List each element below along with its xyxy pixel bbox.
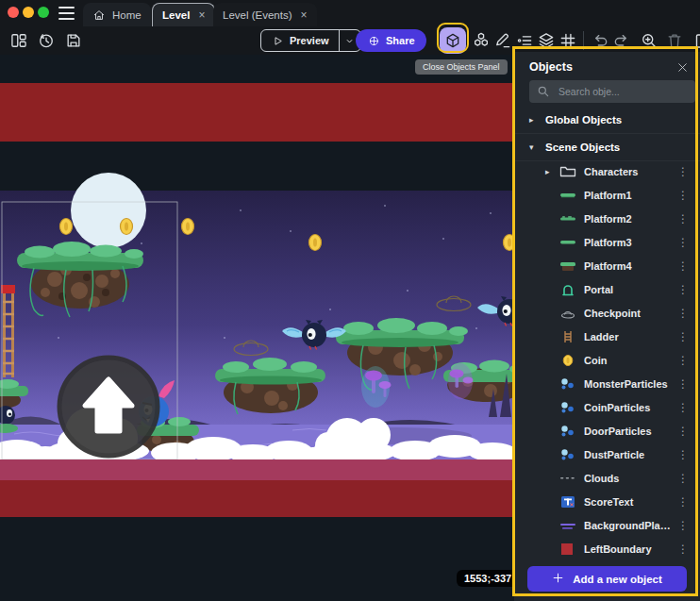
object-row-platform2[interactable]: Platform2⋮ xyxy=(514,207,700,230)
save-icon[interactable] xyxy=(63,30,83,50)
tab-close-icon[interactable]: × xyxy=(301,8,308,22)
tab-level[interactable]: Level × xyxy=(152,3,215,26)
object-menu-button[interactable]: ⋮ xyxy=(674,495,689,509)
object-list: ▸Characters⋮Platform1⋮Platform2⋮Platform… xyxy=(514,159,700,558)
tab-label: Level (Events) xyxy=(223,9,292,21)
object-menu-button[interactable]: ⋮ xyxy=(674,377,689,391)
object-menu-button[interactable]: ⋮ xyxy=(674,259,689,273)
play-icon xyxy=(271,34,284,47)
jump-button[interactable] xyxy=(59,358,158,456)
globe-icon xyxy=(367,34,380,47)
coin-icon xyxy=(559,354,576,367)
object-label: Clouds xyxy=(584,473,674,484)
object-row-checkpoint[interactable]: Checkpoint⋮ xyxy=(514,301,700,325)
object-row-monsterparticles[interactable]: MonsterParticles⋮ xyxy=(514,372,700,395)
object-menu-button[interactable]: ⋮ xyxy=(674,212,689,225)
gdevelop-window: Home Level × Level (Events) × xyxy=(0,0,700,601)
object-row-coinparticles[interactable]: CoinParticles⋮ xyxy=(514,395,700,419)
object-row-platform1[interactable]: Platform1⋮ xyxy=(514,183,700,207)
zoom-in-icon[interactable] xyxy=(639,31,658,51)
panels-icon[interactable] xyxy=(8,30,28,50)
object-row-doorparticles[interactable]: DoorParticles⋮ xyxy=(514,419,700,442)
object-menu-button[interactable]: ⋮ xyxy=(674,425,689,438)
particles-icon xyxy=(559,448,576,461)
object-menu-button[interactable]: ⋮ xyxy=(674,165,689,178)
home-icon xyxy=(92,8,106,22)
objects-panel: Objects ▸ Global Objects ▾ Scene Objects… xyxy=(514,52,700,601)
object-groups-icon[interactable] xyxy=(471,31,491,51)
object-label: BackgroundPlants xyxy=(584,520,674,531)
object-menu-button[interactable]: ⋮ xyxy=(674,283,689,296)
redo-icon[interactable] xyxy=(611,31,631,51)
object-menu-button[interactable]: ⋮ xyxy=(674,519,689,532)
object-menu-button[interactable]: ⋮ xyxy=(674,543,689,556)
maximize-window-button[interactable] xyxy=(38,7,49,18)
close-panel-icon[interactable] xyxy=(676,61,689,74)
chevron-right-icon: ▸ xyxy=(529,115,537,125)
object-label: Characters xyxy=(584,166,674,177)
object-menu-button[interactable]: ⋮ xyxy=(674,401,689,414)
platform1-icon xyxy=(559,189,576,202)
object-menu-button[interactable]: ⋮ xyxy=(674,307,689,320)
text-icon xyxy=(559,495,576,509)
object-row-platform4[interactable]: Platform4⋮ xyxy=(514,254,700,277)
edit-icon[interactable] xyxy=(492,31,512,51)
object-menu-button[interactable]: ⋮ xyxy=(674,448,689,461)
share-label: Share xyxy=(386,35,415,46)
minimize-window-button[interactable] xyxy=(23,7,34,18)
edit-scene-icon[interactable] xyxy=(693,31,700,51)
object-row-characters[interactable]: ▸Characters⋮ xyxy=(514,159,700,183)
toolbar-divider xyxy=(583,31,584,50)
object-row-backgroundplants[interactable]: BackgroundPlants⋮ xyxy=(514,513,700,537)
object-menu-button[interactable]: ⋮ xyxy=(674,330,689,343)
object-row-scoretext[interactable]: ScoreText⋮ xyxy=(514,490,700,513)
object-menu-button[interactable]: ⋮ xyxy=(674,354,689,367)
particles-icon xyxy=(559,425,576,438)
search-field[interactable] xyxy=(557,85,688,98)
add-object-button[interactable]: Add a new object xyxy=(527,566,687,592)
add-object-label: Add a new object xyxy=(573,574,662,585)
preview-button[interactable]: Preview xyxy=(260,29,361,52)
trash-icon[interactable] xyxy=(664,31,684,51)
object-label: DustParticle xyxy=(584,449,674,460)
object-label: MonsterParticles xyxy=(584,378,674,390)
portal-icon xyxy=(559,283,576,296)
object-label: Portal xyxy=(584,284,674,295)
section-scene-objects[interactable]: ▾ Scene Objects xyxy=(514,134,700,161)
share-button[interactable]: Share xyxy=(356,29,426,52)
chevron-down-icon: ▾ xyxy=(529,142,537,152)
object-menu-button[interactable]: ⋮ xyxy=(674,472,689,485)
grid-icon[interactable] xyxy=(558,31,577,51)
platform4-icon xyxy=(559,259,576,273)
object-row-coin[interactable]: Coin⋮ xyxy=(514,348,700,372)
toolbar: Preview Share xyxy=(0,26,700,55)
tab-close-icon[interactable]: × xyxy=(198,8,205,22)
close-window-button[interactable] xyxy=(8,7,19,18)
particles-icon xyxy=(559,401,576,414)
preview-label: Preview xyxy=(290,35,329,46)
undo-icon[interactable] xyxy=(590,31,609,51)
layers-icon[interactable] xyxy=(536,31,556,51)
objects-panel-icon[interactable] xyxy=(440,27,466,54)
object-row-ladder[interactable]: Ladder⋮ xyxy=(514,325,700,348)
object-row-portal[interactable]: Portal⋮ xyxy=(514,277,700,301)
object-label: Platform2 xyxy=(584,213,674,225)
section-global-objects[interactable]: ▸ Global Objects xyxy=(514,107,700,134)
object-label: Ladder xyxy=(584,331,674,342)
object-label: Coin xyxy=(584,355,674,366)
object-label: DoorParticles xyxy=(584,426,674,437)
tab-level-events[interactable]: Level (Events) × xyxy=(213,3,317,26)
main-menu-icon[interactable] xyxy=(58,7,75,20)
moon[interactable] xyxy=(71,173,146,248)
search-input[interactable] xyxy=(529,80,695,103)
instances-list-icon[interactable] xyxy=(514,31,534,51)
chevron-right-icon[interactable]: ▸ xyxy=(545,167,559,176)
object-menu-button[interactable]: ⋮ xyxy=(674,189,689,202)
object-row-leftboundary[interactable]: LeftBoundary⋮ xyxy=(514,537,700,558)
object-row-clouds[interactable]: Clouds⋮ xyxy=(514,466,700,490)
object-row-platform3[interactable]: Platform3⋮ xyxy=(514,230,700,254)
history-icon[interactable] xyxy=(36,30,56,50)
tab-home[interactable]: Home xyxy=(83,3,151,26)
object-menu-button[interactable]: ⋮ xyxy=(674,236,689,249)
object-row-dustparticle[interactable]: DustParticle⋮ xyxy=(514,442,700,466)
